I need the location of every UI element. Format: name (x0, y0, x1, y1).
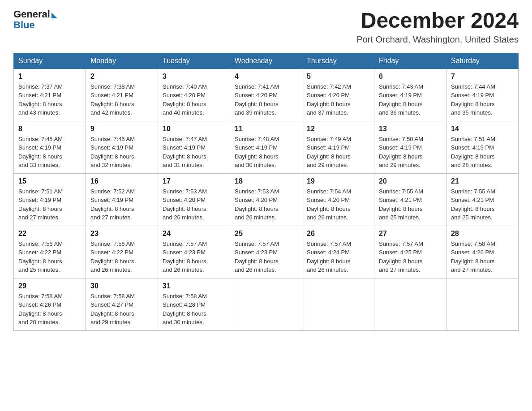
day-info: Sunrise: 7:38 AM Sunset: 4:21 PM Dayligh… (90, 82, 153, 117)
day-info: Sunrise: 7:48 AM Sunset: 4:19 PM Dayligh… (235, 135, 297, 170)
table-row (230, 278, 302, 330)
day-info: Sunrise: 7:52 AM Sunset: 4:19 PM Dayligh… (90, 187, 153, 222)
table-row: 16 Sunrise: 7:52 AM Sunset: 4:19 PM Dayl… (86, 173, 158, 226)
day-info: Sunrise: 7:58 AM Sunset: 4:28 PM Dayligh… (163, 292, 225, 327)
logo: General Blue (13, 9, 57, 30)
calendar-week-row: 8 Sunrise: 7:45 AM Sunset: 4:19 PM Dayli… (14, 121, 519, 173)
day-info: Sunrise: 7:51 AM Sunset: 4:19 PM Dayligh… (451, 135, 514, 170)
table-row: 29 Sunrise: 7:58 AM Sunset: 4:26 PM Dayl… (14, 278, 86, 330)
day-number: 5 (307, 73, 369, 81)
day-info: Sunrise: 7:57 AM Sunset: 4:24 PM Dayligh… (307, 240, 369, 274)
day-info: Sunrise: 7:51 AM Sunset: 4:19 PM Dayligh… (18, 187, 81, 222)
day-info: Sunrise: 7:53 AM Sunset: 4:20 PM Dayligh… (163, 187, 225, 222)
day-number: 28 (451, 230, 514, 238)
table-row: 19 Sunrise: 7:54 AM Sunset: 4:20 PM Dayl… (302, 173, 374, 226)
day-info: Sunrise: 7:57 AM Sunset: 4:25 PM Dayligh… (379, 240, 442, 274)
table-row: 9 Sunrise: 7:46 AM Sunset: 4:19 PM Dayli… (86, 121, 158, 173)
day-info: Sunrise: 7:44 AM Sunset: 4:19 PM Dayligh… (451, 82, 514, 117)
table-row: 12 Sunrise: 7:49 AM Sunset: 4:19 PM Dayl… (302, 121, 374, 173)
table-row: 22 Sunrise: 7:56 AM Sunset: 4:22 PM Dayl… (14, 226, 86, 278)
col-monday: Monday (86, 53, 158, 68)
day-info: Sunrise: 7:47 AM Sunset: 4:19 PM Dayligh… (163, 135, 225, 170)
day-number: 19 (307, 177, 369, 185)
calendar-week-row: 22 Sunrise: 7:56 AM Sunset: 4:22 PM Dayl… (14, 226, 519, 278)
day-number: 8 (18, 125, 81, 133)
day-info: Sunrise: 7:49 AM Sunset: 4:19 PM Dayligh… (307, 135, 369, 170)
day-info: Sunrise: 7:57 AM Sunset: 4:23 PM Dayligh… (163, 240, 225, 274)
day-info: Sunrise: 7:50 AM Sunset: 4:19 PM Dayligh… (379, 135, 442, 170)
day-number: 10 (163, 125, 225, 133)
day-number: 20 (379, 177, 442, 185)
day-number: 6 (379, 73, 442, 81)
day-number: 29 (18, 282, 81, 290)
table-row: 18 Sunrise: 7:53 AM Sunset: 4:20 PM Dayl… (230, 173, 302, 226)
day-number: 7 (451, 73, 514, 81)
day-info: Sunrise: 7:40 AM Sunset: 4:20 PM Dayligh… (163, 82, 225, 117)
col-sunday: Sunday (14, 53, 86, 68)
calendar-week-row: 29 Sunrise: 7:58 AM Sunset: 4:26 PM Dayl… (14, 278, 519, 330)
day-info: Sunrise: 7:54 AM Sunset: 4:20 PM Dayligh… (307, 187, 369, 222)
day-number: 11 (235, 125, 297, 133)
table-row: 30 Sunrise: 7:58 AM Sunset: 4:27 PM Dayl… (86, 278, 158, 330)
day-number: 31 (163, 282, 225, 290)
day-info: Sunrise: 7:46 AM Sunset: 4:19 PM Dayligh… (90, 135, 153, 170)
day-info: Sunrise: 7:41 AM Sunset: 4:20 PM Dayligh… (235, 82, 297, 117)
day-info: Sunrise: 7:43 AM Sunset: 4:19 PM Dayligh… (379, 82, 442, 117)
day-info: Sunrise: 7:58 AM Sunset: 4:27 PM Dayligh… (90, 292, 153, 327)
day-info: Sunrise: 7:55 AM Sunset: 4:21 PM Dayligh… (379, 187, 442, 222)
day-number: 13 (379, 125, 442, 133)
col-wednesday: Wednesday (230, 53, 302, 68)
table-row: 7 Sunrise: 7:44 AM Sunset: 4:19 PM Dayli… (446, 68, 519, 121)
day-number: 16 (90, 177, 153, 185)
table-row: 6 Sunrise: 7:43 AM Sunset: 4:19 PM Dayli… (374, 68, 446, 121)
location-title: Port Orchard, Washington, United States (356, 34, 519, 45)
day-info: Sunrise: 7:56 AM Sunset: 4:22 PM Dayligh… (90, 240, 153, 274)
table-row (374, 278, 446, 330)
calendar-table: Sunday Monday Tuesday Wednesday Thursday… (13, 53, 519, 331)
table-row: 25 Sunrise: 7:57 AM Sunset: 4:23 PM Dayl… (230, 226, 302, 278)
logo-general: General (13, 9, 50, 20)
calendar-week-row: 15 Sunrise: 7:51 AM Sunset: 4:19 PM Dayl… (14, 173, 519, 226)
table-row (446, 278, 519, 330)
day-number: 25 (235, 230, 297, 238)
table-row: 26 Sunrise: 7:57 AM Sunset: 4:24 PM Dayl… (302, 226, 374, 278)
logo-blue: Blue (13, 19, 35, 30)
col-friday: Friday (374, 53, 446, 68)
day-number: 2 (90, 73, 153, 81)
col-tuesday: Tuesday (158, 53, 230, 68)
table-row: 14 Sunrise: 7:51 AM Sunset: 4:19 PM Dayl… (446, 121, 519, 173)
day-info: Sunrise: 7:57 AM Sunset: 4:23 PM Dayligh… (235, 240, 297, 274)
day-number: 12 (307, 125, 369, 133)
day-number: 24 (163, 230, 225, 238)
header-row: Sunday Monday Tuesday Wednesday Thursday… (14, 53, 519, 68)
month-title: December 2024 (356, 9, 519, 33)
day-number: 1 (18, 73, 81, 81)
day-number: 30 (90, 282, 153, 290)
header-area: General Blue December 2024 Port Orchard,… (13, 9, 519, 45)
day-number: 26 (307, 230, 369, 238)
table-row: 2 Sunrise: 7:38 AM Sunset: 4:21 PM Dayli… (86, 68, 158, 121)
table-row: 27 Sunrise: 7:57 AM Sunset: 4:25 PM Dayl… (374, 226, 446, 278)
day-number: 21 (451, 177, 514, 185)
table-row: 20 Sunrise: 7:55 AM Sunset: 4:21 PM Dayl… (374, 173, 446, 226)
day-number: 17 (163, 177, 225, 185)
col-saturday: Saturday (446, 53, 519, 68)
day-number: 15 (18, 177, 81, 185)
table-row: 13 Sunrise: 7:50 AM Sunset: 4:19 PM Dayl… (374, 121, 446, 173)
table-row: 23 Sunrise: 7:56 AM Sunset: 4:22 PM Dayl… (86, 226, 158, 278)
day-info: Sunrise: 7:42 AM Sunset: 4:20 PM Dayligh… (307, 82, 369, 117)
day-number: 27 (379, 230, 442, 238)
table-row: 17 Sunrise: 7:53 AM Sunset: 4:20 PM Dayl… (158, 173, 230, 226)
table-row: 15 Sunrise: 7:51 AM Sunset: 4:19 PM Dayl… (14, 173, 86, 226)
table-row: 28 Sunrise: 7:58 AM Sunset: 4:26 PM Dayl… (446, 226, 519, 278)
title-block: December 2024 Port Orchard, Washington, … (356, 9, 519, 45)
table-row: 11 Sunrise: 7:48 AM Sunset: 4:19 PM Dayl… (230, 121, 302, 173)
table-row: 5 Sunrise: 7:42 AM Sunset: 4:20 PM Dayli… (302, 68, 374, 121)
calendar-week-row: 1 Sunrise: 7:37 AM Sunset: 4:21 PM Dayli… (14, 68, 519, 121)
day-number: 18 (235, 177, 297, 185)
day-number: 14 (451, 125, 514, 133)
day-info: Sunrise: 7:45 AM Sunset: 4:19 PM Dayligh… (18, 135, 81, 170)
day-number: 22 (18, 230, 81, 238)
day-info: Sunrise: 7:55 AM Sunset: 4:21 PM Dayligh… (451, 187, 514, 222)
table-row: 3 Sunrise: 7:40 AM Sunset: 4:20 PM Dayli… (158, 68, 230, 121)
